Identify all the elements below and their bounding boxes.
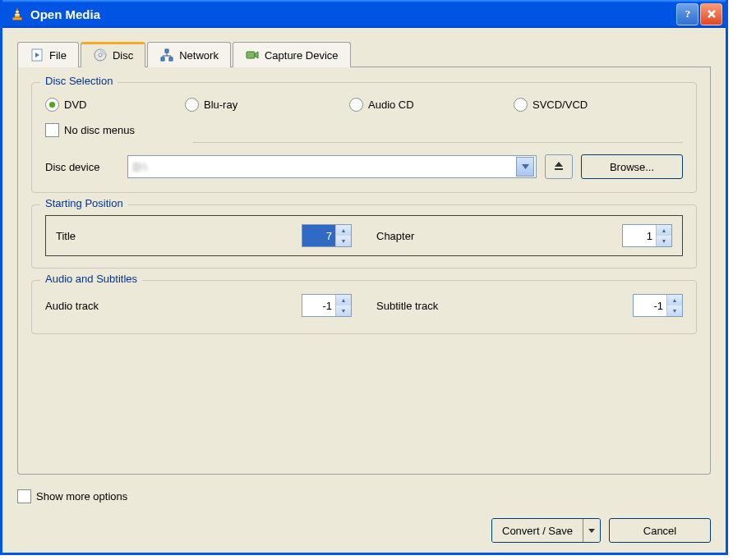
close-button[interactable] xyxy=(700,3,722,25)
subtitle-track-label: Subtitle track xyxy=(376,300,471,312)
open-media-dialog: Open Media ? File Disc xyxy=(0,0,728,555)
radio-audiocd-label: Audio CD xyxy=(368,99,414,111)
browse-button[interactable]: Browse... xyxy=(581,154,683,179)
svg-rect-9 xyxy=(169,57,173,61)
disc-selection-legend: Disc Selection xyxy=(40,75,118,87)
svg-rect-11 xyxy=(555,168,563,170)
radio-svcd-label: SVCD/VCD xyxy=(532,99,588,111)
svg-rect-8 xyxy=(161,57,164,61)
spin-up-icon[interactable]: ▲ xyxy=(336,225,351,236)
chapter-spinbox[interactable]: ▲ ▼ xyxy=(622,224,672,247)
title-input[interactable] xyxy=(302,225,335,246)
file-icon xyxy=(30,48,44,62)
audio-subtitles-legend: Audio and Subtitles xyxy=(40,273,142,285)
checkbox-show-more-box xyxy=(17,489,31,503)
disc-icon xyxy=(93,48,108,62)
eject-icon xyxy=(553,160,565,174)
checkbox-no-disc-menus-box xyxy=(45,123,59,137)
tab-capture-label: Capture Device xyxy=(265,49,339,62)
starting-position-legend: Starting Position xyxy=(40,197,128,209)
spin-up-icon[interactable]: ▲ xyxy=(336,295,351,305)
checkbox-show-more-label: Show more options xyxy=(36,490,127,503)
convert-save-dropdown[interactable] xyxy=(583,519,600,542)
svg-text:?: ? xyxy=(685,8,690,20)
titlebar: Open Media ? xyxy=(2,0,726,28)
subtitle-track-spinbox[interactable]: ▲ ▼ xyxy=(633,294,683,317)
cancel-button-label: Cancel xyxy=(643,525,676,537)
divider xyxy=(193,142,683,143)
svg-rect-7 xyxy=(165,49,168,53)
tab-file[interactable]: File xyxy=(17,42,79,67)
radio-dvd[interactable]: DVD xyxy=(45,98,160,112)
disc-device-combo[interactable]: D:\ xyxy=(127,155,537,178)
convert-save-label: Convert / Save xyxy=(502,525,573,537)
disc-device-label: Disc device xyxy=(45,161,119,173)
spin-up-icon[interactable]: ▲ xyxy=(667,295,682,305)
radio-svcd[interactable]: SVCD/VCD xyxy=(514,98,588,112)
network-icon xyxy=(159,48,174,62)
subtitle-track-input[interactable] xyxy=(634,295,666,316)
tab-strip: File Disc Network Capture Device xyxy=(17,41,711,67)
browse-button-label: Browse... xyxy=(610,161,654,173)
checkbox-no-disc-menus[interactable]: No disc menus xyxy=(45,123,683,137)
svg-rect-0 xyxy=(13,18,22,21)
audio-subtitles-group: Audio and Subtitles Audio track ▲ ▼ xyxy=(31,280,697,334)
svg-rect-10 xyxy=(247,52,255,58)
audio-track-spinbox[interactable]: ▲ ▼ xyxy=(302,294,352,317)
radio-audiocd-indicator xyxy=(349,98,363,112)
radio-audiocd[interactable]: Audio CD xyxy=(349,98,489,112)
tab-panel-disc: Disc Selection DVD Blu-ray Audio CD xyxy=(17,67,711,475)
spin-up-icon[interactable]: ▲ xyxy=(657,225,671,236)
spin-down-icon[interactable]: ▼ xyxy=(336,305,351,316)
tab-disc-label: Disc xyxy=(113,49,133,62)
spin-down-icon[interactable]: ▼ xyxy=(667,305,682,316)
radio-bluray-indicator xyxy=(185,98,199,112)
radio-bluray-label: Blu-ray xyxy=(204,99,237,111)
svg-rect-2 xyxy=(15,14,19,16)
tab-capture[interactable]: Capture Device xyxy=(233,42,351,67)
capture-icon xyxy=(245,48,260,62)
chapter-input[interactable] xyxy=(623,225,656,246)
chevron-down-icon xyxy=(516,157,534,177)
tab-network[interactable]: Network xyxy=(147,42,231,67)
title-spinbox[interactable]: ▲ ▼ xyxy=(302,224,352,247)
window-title: Open Media xyxy=(30,7,675,21)
tab-network-label: Network xyxy=(179,49,219,62)
disc-device-value: D:\ xyxy=(133,161,516,173)
radio-svcd-indicator xyxy=(514,98,528,112)
disc-selection-group: Disc Selection DVD Blu-ray Audio CD xyxy=(31,82,697,193)
audio-track-input[interactable] xyxy=(302,295,335,316)
checkbox-show-more-options[interactable]: Show more options xyxy=(17,489,711,503)
spin-down-icon[interactable]: ▼ xyxy=(657,236,671,246)
cancel-button[interactable]: Cancel xyxy=(609,518,711,543)
tab-disc[interactable]: Disc xyxy=(81,42,145,67)
starting-position-group: Starting Position Title ▲ ▼ xyxy=(31,204,697,269)
vlc-cone-icon xyxy=(9,6,25,22)
audio-track-label: Audio track xyxy=(45,300,140,312)
help-button[interactable]: ? xyxy=(676,3,698,25)
title-label: Title xyxy=(56,230,150,242)
radio-bluray[interactable]: Blu-ray xyxy=(185,98,325,112)
svg-rect-1 xyxy=(16,11,19,12)
spin-down-icon[interactable]: ▼ xyxy=(336,236,351,246)
chapter-label: Chapter xyxy=(376,230,471,242)
radio-dvd-label: DVD xyxy=(64,99,86,111)
convert-save-button[interactable]: Convert / Save xyxy=(491,518,601,543)
eject-button[interactable] xyxy=(545,154,573,179)
checkbox-no-disc-menus-label: No disc menus xyxy=(64,124,135,136)
tab-file-label: File xyxy=(49,49,67,62)
radio-dvd-indicator xyxy=(45,98,59,112)
svg-point-6 xyxy=(99,53,102,57)
